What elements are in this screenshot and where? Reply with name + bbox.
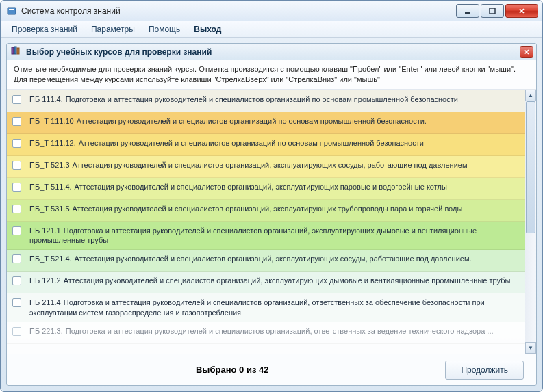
books-icon [11,46,22,57]
course-row[interactable]: ПБ_Т 111.12.Аттестация руководителей и с… [7,134,525,156]
course-label: ПБ 111.4.Подготовка и аттестация руковод… [29,94,519,104]
course-list: ПБ 111.4.Подготовка и аттестация руковод… [7,90,525,354]
course-text: Аттестация руководителей и специалистов … [73,161,468,169]
course-text: Аттестация руководителей и специалистов … [73,205,463,213]
course-label: ПБ 121.2Аттестация руководителей и специ… [29,276,519,285]
course-code: ПБ_Т 521.4. [29,254,72,263]
scroll-track[interactable] [525,101,536,342]
svg-rect-2 [465,12,470,14]
course-checkbox[interactable] [12,276,21,285]
course-row[interactable]: ПБ 111.4.Подготовка и аттестация руковод… [7,90,525,112]
course-code: ПБ 211.4 [29,298,61,306]
svg-rect-4 [12,47,14,54]
course-code: ПБ_Т 511.4. [29,183,72,191]
course-checkbox[interactable] [12,205,21,213]
course-text: Аттестация руководителей и специалистов … [79,139,424,147]
menu-item-help[interactable]: Помощь [142,21,187,37]
panel-footer: Выбрано 0 из 42 Продолжить [7,354,536,385]
selection-counter: Выбрано 0 из 42 [19,365,445,375]
menu-bar: Проверка знаний Параметры Помощь Выход [1,21,542,38]
course-checkbox[interactable] [12,298,21,307]
course-text: Подготовка и аттестация руководителей и … [66,95,458,103]
course-label: ПБ_Т 511.4.Аттестация руководителей и сп… [29,182,519,192]
svg-rect-0 [8,8,16,14]
maximize-button[interactable] [481,4,504,18]
course-label: ПБ_Т 111.12.Аттестация руководителей и с… [29,138,519,148]
course-code: ПБ 111.4. [29,95,63,103]
window-controls [455,4,538,18]
close-button[interactable] [505,4,538,18]
course-code: ПБ_Т 531.5 [29,205,70,213]
scrollbar: ▲ ▼ [525,90,536,354]
instructions-line2: Для перемещения между курсами используйт… [14,75,529,85]
course-checkbox[interactable] [12,117,21,126]
course-code: ПБ 221.3. [29,327,63,335]
client-area: Выбор учебных курсов для проверки знаний… [1,38,542,391]
course-label: ПБ_Т 521.4.Аттестация руководителей и сп… [29,254,519,263]
course-label: ПБ 221.3.Подготовка и аттестация руковод… [29,326,519,336]
scroll-thumb[interactable] [526,101,535,234]
main-window: Система контроля знаний Проверка знаний … [0,0,543,392]
course-label: ПБ_Т 521.3Аттестация руководителей и спе… [29,160,519,170]
menu-item-parameters[interactable]: Параметры [84,21,142,37]
course-code: ПБ 121.2 [29,276,61,285]
course-selection-panel: Выбор учебных курсов для проверки знаний… [6,43,537,386]
window-title: Система контроля знаний [21,6,455,16]
course-text: Аттестация руководителей и специалистов … [75,254,472,263]
svg-rect-5 [14,47,16,54]
window-titlebar: Система контроля знаний [1,1,542,21]
course-code: ПБ 121.1 [29,226,61,235]
panel-title: Выбор учебных курсов для проверки знаний [26,47,520,57]
course-checkbox[interactable] [12,183,21,192]
continue-button[interactable]: Продолжить [445,361,524,380]
course-row[interactable]: ПБ_Т 511.4.Аттестация руководителей и сп… [7,178,525,200]
course-checkbox[interactable] [12,95,21,104]
course-label: ПБ_Т 531.5Аттестация руководителей и спе… [29,204,519,213]
course-label: ПБ_Т 111.10Аттестация руководителей и сп… [29,116,519,126]
course-label: ПБ 121.1Подготовка и аттестация руководи… [29,226,519,246]
panel-header: Выбор учебных курсов для проверки знаний [7,44,536,60]
minimize-button[interactable] [456,4,479,18]
course-checkbox[interactable] [12,161,21,170]
course-label: ПБ 211.4Подготовка и аттестация руководи… [29,298,519,317]
course-code: ПБ_Т 111.12. [29,139,76,147]
course-text: Подготовка и аттестация руководителей и … [29,226,477,244]
menu-item-exit[interactable]: Выход [187,21,228,37]
course-row[interactable]: ПБ 121.1Подготовка и аттестация руководи… [7,222,525,250]
course-checkbox[interactable] [12,226,21,235]
course-code: ПБ_Т 521.3 [29,161,70,169]
course-row[interactable]: ПБ 221.3.Подготовка и аттестация руковод… [7,322,525,344]
course-text: Аттестация руководителей и специалистов … [64,276,511,285]
course-text: Подготовка и аттестация руководителей и … [29,298,485,316]
svg-rect-3 [490,8,495,14]
svg-rect-1 [9,9,14,10]
course-row[interactable]: ПБ 211.4Подготовка и аттестация руководи… [7,293,525,322]
course-row[interactable]: ПБ_Т 521.4.Аттестация руководителей и сп… [7,250,525,272]
instructions-line1: Отметьте необходимые для проверки знаний… [14,64,529,75]
course-row[interactable]: ПБ_Т 521.3Аттестация руководителей и спе… [7,156,525,178]
course-list-wrap: ПБ 111.4.Подготовка и аттестация руковод… [7,90,536,354]
scroll-down-button[interactable]: ▼ [525,342,536,354]
course-code: ПБ_Т 111.10 [29,117,74,125]
course-text: Аттестация руководителей и специалистов … [77,117,427,125]
course-row[interactable]: ПБ_Т 111.10Аттестация руководителей и сп… [7,112,525,134]
course-text: Подготовка и аттестация руководителей и … [66,327,494,335]
course-text: Аттестация руководителей и специалистов … [75,183,447,191]
menu-item-check-knowledge[interactable]: Проверка знаний [5,21,84,37]
course-checkbox[interactable] [12,254,21,263]
instructions: Отметьте необходимые для проверки знаний… [7,60,536,90]
scroll-up-button[interactable]: ▲ [525,90,536,101]
app-icon [6,5,17,16]
course-checkbox[interactable] [12,139,21,148]
course-row[interactable]: ПБ_Т 531.5Аттестация руководителей и спе… [7,200,525,222]
course-checkbox[interactable] [12,327,21,336]
course-row[interactable]: ПБ 121.2Аттестация руководителей и специ… [7,272,525,293]
svg-rect-6 [17,48,19,54]
panel-close-button[interactable] [520,46,533,58]
